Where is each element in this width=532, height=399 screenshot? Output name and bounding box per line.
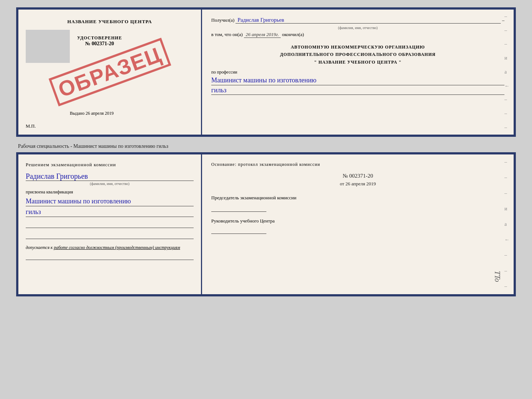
tto-text: TTo <box>493 271 501 282</box>
date-value: 26 апреля 2019г. <box>244 32 281 38</box>
qualification-value: Машинист машины по изготовлению <box>26 197 194 206</box>
poluchil-line: Получил(а) Радислав Григорьев – <box>211 17 504 24</box>
bottom-fio-value: Радислав Григорьев <box>26 172 194 181</box>
right-dashes: – – – и а ← – – – <box>504 10 510 135</box>
dopuskaetsya-block: допускается к работе согласно должностны… <box>26 245 194 251</box>
protocol-date-value: 26 апреля 2019 <box>345 181 376 186</box>
udostoverenie-label: УДОСТОВЕРЕНИЕ <box>77 35 122 41</box>
bottom-fio-sub: (фамилия, имя, отчество) <box>26 182 194 186</box>
profession-label: по профессии <box>211 70 504 75</box>
dopuskaetsya-label: допускается к <box>26 245 53 250</box>
bottom-right-panel: Основание: протокол экзаменационной коми… <box>202 154 514 294</box>
cert-left-panel: НАЗВАНИЕ УЧЕБНОГО ЦЕНТРА УДОСТОВЕРЕНИЕ №… <box>18 10 202 135</box>
top-certificate: НАЗВАНИЕ УЧЕБНОГО ЦЕНТРА УДОСТОВЕРЕНИЕ №… <box>16 7 516 137</box>
rukov-sign-line <box>211 227 266 234</box>
profession-value2: гильз <box>211 86 504 95</box>
okochil-label: окончил(а) <box>282 32 304 38</box>
auto-block: АВТОНОМНУЮ НЕКОММЕРЧЕСКУЮ ОРГАНИЗАЦИЮ ДО… <box>211 43 504 66</box>
mp-label: М.П. <box>26 123 36 129</box>
cert-number: № 002371-20 <box>77 41 122 47</box>
photo-placeholder <box>26 30 70 63</box>
sign-line-1 <box>26 221 194 228</box>
auto-line3: " НАЗВАНИЕ УЧЕБНОГО ЦЕНТРА " <box>211 58 504 66</box>
profession-value: Машинист машины по изготовлению <box>211 76 504 85</box>
predsed-sign-line <box>211 205 266 212</box>
decision-title: Решением экзаменационной комиссии <box>26 162 194 168</box>
sign-line-3 <box>26 253 194 260</box>
bottom-left-panel: Решением экзаменационной комиссии Радисл… <box>18 154 202 294</box>
assigned-label: присвоена квалификация <box>26 189 194 195</box>
cert-center-title: НАЗВАНИЕ УЧЕБНОГО ЦЕНТРА <box>26 19 194 25</box>
auto-line2: ДОПОЛНИТЕЛЬНОГО ПРОФЕССИОНАЛЬНОГО ОБРАЗО… <box>211 51 504 58</box>
protocol-date: от 26 апреля 2019 <box>211 181 504 187</box>
vydano-block: Выдано 26 апреля 2019 <box>70 111 114 116</box>
protocol-number: № 002371-20 <box>211 173 504 179</box>
rukov-label: Руководитель учебного Центра <box>211 217 504 225</box>
vydano-label: Выдано <box>70 111 85 116</box>
qualification-value2: гильз <box>26 207 194 217</box>
udostoverenie-block: УДОСТОВЕРЕНИЕ № 002371-20 <box>77 35 122 47</box>
poluchil-label: Получил(а) <box>211 17 234 23</box>
bottom-certificate: Решением экзаменационной комиссии Радисл… <box>16 152 516 296</box>
vtom-label: в том, что он(а) <box>211 32 243 38</box>
separator-label: Рабочая специальность - Машинист машины … <box>16 140 516 152</box>
cert-right-panel: Получил(а) Радислав Григорьев – (фамилия… <box>202 10 514 135</box>
dopuskaetsya-value: работе согласно должностным (производств… <box>54 245 180 250</box>
protocol-date-prefix: от <box>340 181 344 186</box>
fio-sub: (фамилия, имя, отчество) <box>211 26 504 30</box>
osnov-label: Основание: протокол экзаменационной коми… <box>211 162 504 167</box>
sign-line-2 <box>26 232 194 239</box>
right-dashes-bottom: – – – и а ← – – – <box>504 154 510 294</box>
vydano-date: 26 апреля 2019 <box>86 111 114 116</box>
vtom-line: в том, что он(а) 26 апреля 2019г. окончи… <box>211 32 504 38</box>
predsed-label: Председатель экзаменационной комиссии <box>211 194 504 202</box>
fio-value: Радислав Григорьев <box>236 17 501 24</box>
auto-line1: АВТОНОМНУЮ НЕКОММЕРЧЕСКУЮ ОРГАНИЗАЦИЮ <box>211 43 504 51</box>
